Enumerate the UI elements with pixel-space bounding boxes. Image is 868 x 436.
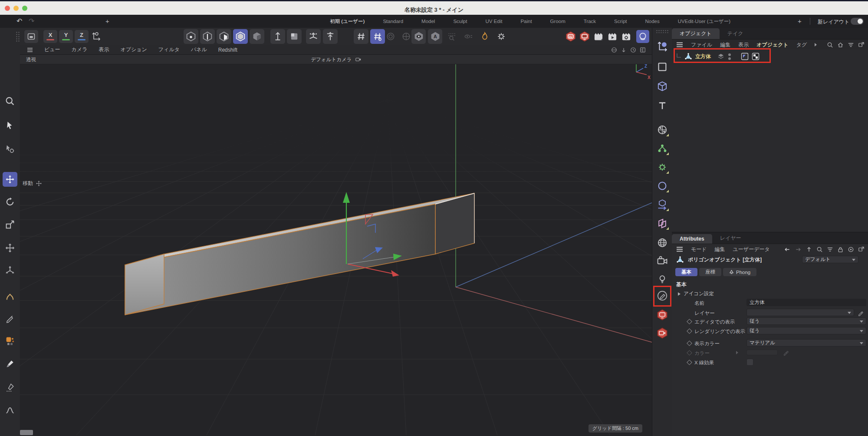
soft-selection-tool[interactable] (3, 289, 17, 304)
camera-label[interactable]: デフォルトカメラ (311, 57, 352, 62)
layout-item-startup[interactable]: 初期 (ユーザー) (328, 18, 366, 25)
tab-layers[interactable]: レイヤー (712, 233, 749, 244)
cube-object[interactable] (125, 193, 474, 315)
add-layout-button[interactable]: + (798, 17, 802, 25)
enable-snap-button[interactable] (306, 29, 321, 44)
undo-icon[interactable]: ↶ (16, 17, 22, 25)
render-picture-viewer-button[interactable] (592, 30, 605, 43)
free-move-tool[interactable] (3, 241, 17, 255)
workplane-button[interactable] (287, 29, 302, 44)
icon-settings-row[interactable]: アイコン設定 (678, 291, 714, 297)
editor-visibility-button[interactable] (655, 307, 669, 322)
attr-forward-icon[interactable] (795, 246, 802, 253)
plane-object-button[interactable] (655, 59, 669, 74)
attr-external-icon[interactable] (858, 246, 865, 253)
gizmo-y-arrowhead[interactable] (343, 192, 350, 203)
gizmo-x-arrowhead[interactable] (391, 270, 399, 277)
attr-menu-edit[interactable]: 編集 (715, 246, 725, 253)
name-input[interactable]: 立方体 (746, 299, 866, 306)
pen-tool[interactable] (3, 311, 17, 326)
spline-tool[interactable] (3, 403, 17, 418)
menu-view[interactable]: ビュー (44, 46, 60, 53)
axis-band-button[interactable] (400, 30, 413, 43)
point-mode-button[interactable] (184, 29, 198, 44)
attr-lock-icon[interactable] (837, 246, 844, 253)
om-search-icon[interactable] (827, 42, 833, 48)
isoline-button[interactable] (444, 29, 459, 44)
z-axis-lock-button[interactable]: Z (75, 30, 89, 43)
layout-item-track[interactable]: Track (582, 19, 598, 24)
redo-icon[interactable]: ↷ (29, 17, 34, 25)
toolbar-grip[interactable] (16, 31, 20, 42)
polygon-mode-button[interactable] (217, 29, 231, 44)
model-mode-button[interactable] (233, 29, 248, 44)
attr-back-icon[interactable] (784, 246, 791, 253)
menu-panel[interactable]: パネル (191, 46, 207, 53)
hand-nav-icon[interactable] (611, 47, 617, 53)
snap-settings-button[interactable] (323, 29, 338, 44)
menu-camera[interactable]: カメラ (72, 46, 88, 53)
tweak-tool[interactable] (3, 142, 17, 156)
om-menu-tags[interactable]: タグ (796, 41, 807, 49)
om-menu-objects[interactable]: オブジェクト (756, 41, 789, 49)
rotation-band-button[interactable] (384, 30, 397, 43)
layer-pick-icon[interactable] (858, 310, 864, 316)
menu-filter[interactable]: フィルタ (158, 46, 180, 53)
layout-item-nodes[interactable]: Nodes (644, 19, 661, 24)
om-external-icon[interactable] (858, 42, 865, 48)
attr-menu-icon[interactable] (676, 247, 683, 252)
camera-object-button[interactable] (655, 254, 669, 268)
layout-item-sculpt[interactable]: Sculpt (451, 19, 469, 24)
bodypaint-tool[interactable] (3, 334, 17, 348)
add-tab-button[interactable]: + (105, 17, 109, 25)
om-menu-view[interactable]: 表示 (738, 41, 749, 49)
axis-move-tool[interactable] (3, 263, 17, 278)
render-visibility-dropdown[interactable]: 従う (746, 327, 866, 334)
om-home-icon[interactable] (837, 42, 844, 48)
scale-tool[interactable] (3, 217, 17, 232)
redshift-render-button[interactable] (636, 30, 649, 43)
attr-menu-userdata[interactable]: ユーザーデータ (733, 246, 770, 253)
environment-button[interactable] (655, 235, 669, 250)
history-clock-icon[interactable] (630, 47, 636, 53)
move-tool[interactable] (3, 172, 17, 187)
tab-basic[interactable]: 基本 (675, 268, 697, 276)
simulation-button[interactable] (477, 29, 492, 44)
texture-mode-button[interactable] (250, 29, 264, 44)
viewport-scrollbar-stub[interactable] (20, 430, 33, 435)
om-menu-more-icon[interactable] (815, 43, 817, 46)
rotate-tool[interactable] (3, 195, 17, 209)
deformers-button[interactable] (655, 160, 669, 175)
volume-button[interactable] (655, 216, 669, 231)
minimize-view-icon[interactable] (621, 47, 627, 53)
brush-tool[interactable] (3, 357, 17, 372)
menu-display[interactable]: 表示 (99, 46, 109, 53)
quantize-settings-button[interactable] (370, 29, 385, 44)
preset-dropdown[interactable]: デフォルト (802, 256, 858, 263)
layer-dropdown[interactable] (746, 309, 854, 316)
cube-object-button[interactable] (655, 79, 669, 94)
attr-filter-icon[interactable] (827, 246, 833, 253)
om-filter-icon[interactable] (848, 42, 854, 48)
coordinates-panel-button[interactable] (655, 39, 669, 54)
om-menu-icon[interactable] (676, 42, 683, 47)
attr-track-icon[interactable] (848, 246, 854, 253)
layout-item-uvedit-user[interactable]: UVEdit-User (ユーザー) (676, 18, 732, 25)
viewport-settings-button[interactable] (494, 29, 508, 44)
live-selection-tool[interactable] (3, 94, 17, 109)
selection-box-button[interactable] (24, 30, 38, 43)
attr-up-icon[interactable] (806, 246, 812, 253)
x-axis-lock-button[interactable]: X (43, 30, 57, 43)
tab-objects[interactable]: オブジェクト (672, 28, 720, 39)
om-menu-file[interactable]: ファイル (691, 41, 712, 49)
fields-button[interactable] (655, 178, 669, 193)
layout-item-script[interactable]: Script (612, 19, 628, 24)
display-color-dropdown[interactable]: マテリアル (746, 339, 866, 347)
tab-phong[interactable]: Phong (723, 268, 756, 276)
instance-button[interactable] (655, 197, 669, 212)
viewport-scene[interactable]: Y Z X (20, 55, 652, 436)
figure-object-button[interactable] (655, 122, 669, 137)
select-tool[interactable] (3, 118, 17, 133)
keyframe-diamond-icon[interactable] (687, 319, 692, 324)
cube-left-face[interactable] (125, 254, 164, 315)
